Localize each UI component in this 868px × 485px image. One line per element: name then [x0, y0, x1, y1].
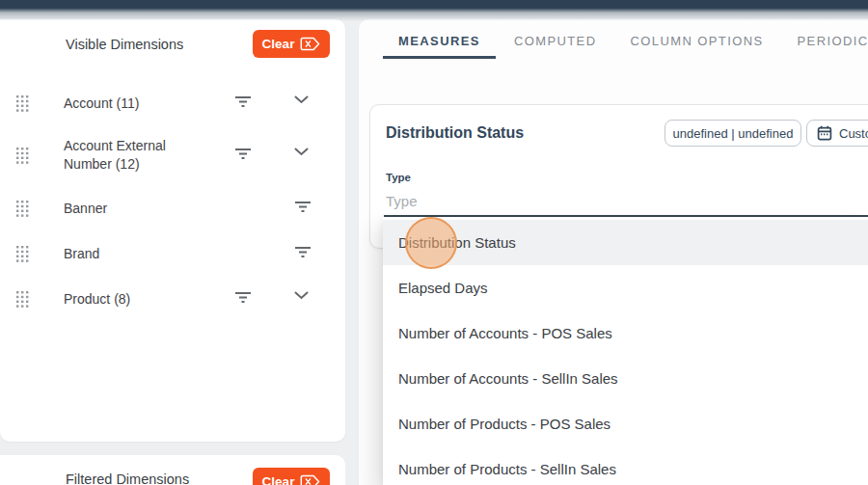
chevron-down-icon[interactable]	[294, 148, 313, 163]
tab-periodic[interactable]: PERIODIC	[782, 25, 868, 59]
filter-icon[interactable]	[234, 291, 254, 307]
custom-period-button[interactable]: Custom	[806, 120, 868, 147]
dimension-label: Brand	[64, 245, 208, 263]
clear-button-label: Clear	[262, 37, 295, 51]
dimension-label: Account (11)	[64, 94, 208, 113]
undefined-range-label: undefined | undefined	[673, 126, 794, 141]
filtered-dimensions-title: Filtered Dimensions	[66, 472, 189, 485]
drag-handle-icon[interactable]	[16, 147, 30, 164]
clear-visible-dimensions-button[interactable]: Clear	[253, 30, 330, 58]
calendar-icon	[817, 125, 832, 141]
tab-measures[interactable]: MEASURES	[383, 25, 496, 59]
tab-computed[interactable]: COMPUTED	[499, 25, 612, 59]
measure-options-dropdown: Distribution Status Elapsed Days Number …	[383, 217, 868, 485]
drag-handle-icon[interactable]	[16, 94, 30, 112]
drag-handle-icon[interactable]	[16, 200, 30, 217]
clear-x-icon	[300, 474, 320, 485]
tab-bar: MEASURES COMPUTED COLUMN OPTIONS PERIODI…	[383, 25, 868, 59]
clear-x-icon	[300, 37, 320, 51]
filtered-dimensions-panel: Filtered Dimensions Clear	[0, 455, 345, 485]
custom-period-label: Custom	[839, 126, 868, 141]
dimension-row-account-external-number[interactable]: Account External Number (12)	[0, 129, 345, 181]
dimension-label: Product (8)	[64, 290, 208, 309]
dropdown-option-number-of-accounts-sellin-sales[interactable]: Number of Accounts - SellIn Sales	[383, 356, 868, 401]
clear-filtered-dimensions-button[interactable]: Clear	[253, 468, 330, 485]
dimension-row-brand[interactable]: Brand	[0, 234, 345, 273]
visible-dimensions-panel: Visible Dimensions Clear Account (11)	[0, 19, 345, 442]
dimension-row-product[interactable]: Product (8)	[0, 280, 345, 318]
dropdown-option-distribution-status[interactable]: Distribution Status	[383, 220, 868, 265]
filter-icon[interactable]	[294, 246, 313, 261]
drag-handle-icon[interactable]	[16, 245, 30, 262]
dimension-label: Banner	[64, 200, 208, 218]
dropdown-option-number-of-accounts-pos-sales[interactable]: Number of Accounts - POS Sales	[383, 310, 868, 356]
dropdown-option-number-of-products-pos-sales[interactable]: Number of Products - POS Sales	[383, 401, 868, 446]
tab-column-options[interactable]: COLUMN OPTIONS	[614, 25, 778, 59]
clear-button-label: Clear	[262, 474, 295, 485]
type-input[interactable]	[386, 188, 849, 213]
filter-icon[interactable]	[234, 148, 254, 163]
dimension-row-account[interactable]: Account (11)	[0, 84, 345, 122]
chevron-down-icon[interactable]	[294, 291, 313, 307]
dimension-row-banner[interactable]: Banner	[0, 189, 345, 228]
type-field-label: Type	[386, 172, 411, 183]
drag-handle-icon[interactable]	[16, 290, 30, 308]
dropdown-option-number-of-products-sellin-sales[interactable]: Number of Products - SellIn Sales	[383, 446, 868, 485]
measure-card-title: Distribution Status	[386, 124, 524, 142]
top-navigation-bar	[0, 0, 868, 21]
undefined-range-button[interactable]: undefined | undefined	[665, 120, 801, 147]
dropdown-option-elapsed-days[interactable]: Elapsed Days	[383, 265, 868, 310]
visible-dimensions-title: Visible Dimensions	[66, 37, 183, 52]
filter-icon[interactable]	[234, 95, 254, 111]
chevron-down-icon[interactable]	[294, 95, 313, 111]
filter-icon[interactable]	[294, 201, 313, 216]
dimension-label: Account External Number (12)	[64, 137, 208, 174]
